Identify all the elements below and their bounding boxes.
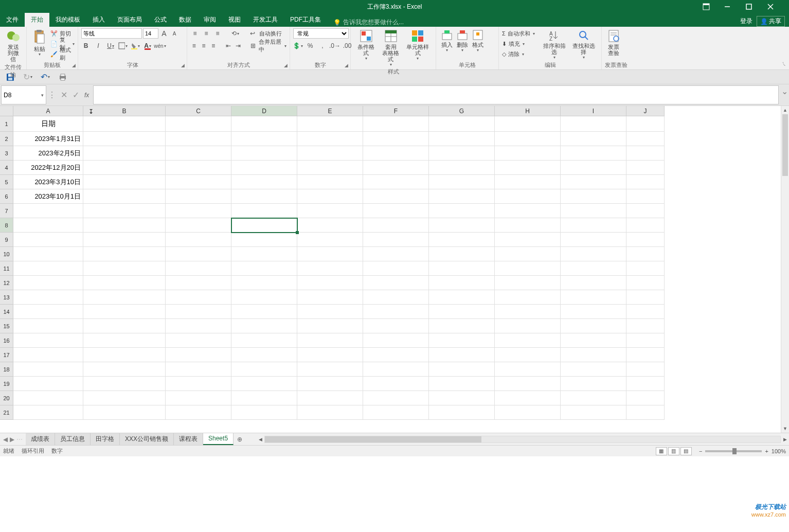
cell[interactable]	[83, 362, 166, 377]
border-button[interactable]: ▾	[118, 41, 128, 50]
cell[interactable]	[626, 305, 665, 319]
cell[interactable]	[166, 290, 231, 305]
cell[interactable]	[231, 189, 297, 204]
cell[interactable]	[626, 204, 665, 218]
cell[interactable]	[363, 405, 429, 420]
number-dialog-launcher[interactable]: ◢	[343, 62, 349, 68]
cell[interactable]	[13, 204, 83, 218]
row-header[interactable]: 19	[0, 377, 13, 391]
cell[interactable]	[166, 116, 231, 132]
align-left-button[interactable]: ≡	[190, 41, 198, 50]
align-bottom-button[interactable]: ≡	[213, 29, 222, 38]
cell[interactable]	[297, 261, 363, 276]
cell[interactable]	[495, 132, 561, 146]
cell[interactable]	[363, 319, 429, 333]
cell[interactable]	[83, 161, 166, 175]
tab-file[interactable]: 文件	[0, 13, 25, 27]
cell[interactable]	[626, 362, 665, 377]
sheet-tab[interactable]: 员工信息	[55, 433, 91, 445]
increase-indent-button[interactable]: ⇥	[234, 41, 242, 50]
alignment-dialog-launcher[interactable]: ◢	[282, 62, 289, 68]
cell[interactable]	[83, 204, 166, 218]
cell[interactable]	[13, 348, 83, 362]
cell[interactable]	[561, 233, 626, 247]
cell[interactable]	[363, 146, 429, 161]
scrollbar-thumb[interactable]	[782, 114, 788, 176]
sheet-tab[interactable]: XXX公司销售额	[120, 433, 174, 445]
font-color-button[interactable]: A▾	[143, 41, 152, 50]
row-header[interactable]: 8	[0, 218, 13, 233]
cell[interactable]	[83, 116, 166, 132]
insert-cells-button[interactable]: 插入▾	[439, 28, 455, 54]
cell[interactable]	[561, 161, 626, 175]
cell[interactable]	[166, 204, 231, 218]
cell[interactable]	[363, 333, 429, 348]
decrease-font-button[interactable]: A	[170, 29, 179, 38]
cell[interactable]	[429, 377, 495, 391]
cell[interactable]	[626, 348, 665, 362]
cell[interactable]	[13, 261, 83, 276]
cell[interactable]	[495, 290, 561, 305]
tab-page-layout[interactable]: 页面布局	[111, 13, 148, 27]
underline-button[interactable]: U▾	[106, 41, 115, 50]
number-format-select[interactable]: 常规	[293, 28, 349, 39]
zoom-in-button[interactable]: +	[765, 448, 768, 454]
cell[interactable]	[626, 319, 665, 333]
cell[interactable]	[561, 362, 626, 377]
cell[interactable]	[83, 319, 166, 333]
cell[interactable]	[495, 333, 561, 348]
row-header[interactable]: 18	[0, 362, 13, 377]
cell[interactable]	[13, 276, 83, 290]
cell[interactable]	[231, 377, 297, 391]
cell[interactable]	[83, 233, 166, 247]
cell[interactable]	[166, 261, 231, 276]
column-header[interactable]: H	[495, 106, 561, 116]
cell[interactable]	[231, 319, 297, 333]
cell[interactable]	[363, 348, 429, 362]
cell[interactable]	[429, 161, 495, 175]
cell[interactable]	[297, 405, 363, 420]
login-link[interactable]: 登录	[740, 17, 752, 26]
close-icon[interactable]	[767, 4, 782, 10]
zoom-slider[interactable]	[705, 450, 762, 452]
merge-center-button[interactable]: 合并后居中	[259, 38, 282, 54]
add-sheet-button[interactable]: ⊕	[234, 433, 246, 445]
cell[interactable]	[166, 218, 231, 233]
column-header[interactable]: A	[13, 106, 83, 116]
sheet-tab[interactable]: 田字格	[91, 433, 120, 445]
cell[interactable]	[83, 290, 166, 305]
cell[interactable]	[166, 377, 231, 391]
align-right-button[interactable]: ≡	[209, 41, 217, 50]
cell[interactable]	[231, 247, 297, 261]
decrease-indent-button[interactable]: ⇤	[225, 41, 232, 50]
expand-formula-bar-button[interactable]: ⌄	[780, 84, 789, 105]
zoom-level[interactable]: 100%	[772, 448, 786, 454]
cell[interactable]	[495, 348, 561, 362]
column-header[interactable]: F	[363, 106, 429, 116]
cell[interactable]	[231, 348, 297, 362]
phonetic-button[interactable]: wén▾	[155, 41, 165, 50]
cell[interactable]	[429, 391, 495, 405]
tab-data[interactable]: 数据	[173, 13, 198, 27]
cell[interactable]	[363, 247, 429, 261]
cell[interactable]	[626, 276, 665, 290]
cell[interactable]: 日期	[13, 116, 83, 132]
cell[interactable]	[626, 377, 665, 391]
cell[interactable]	[166, 276, 231, 290]
row-header[interactable]: 13	[0, 290, 13, 305]
row-header[interactable]: 10	[0, 247, 13, 261]
scroll-right-button[interactable]: ▶	[781, 435, 789, 444]
cell[interactable]	[83, 132, 166, 146]
orientation-button[interactable]: ⟲▾	[230, 29, 240, 38]
row-header[interactable]: 9	[0, 233, 13, 247]
cell[interactable]	[231, 405, 297, 420]
cell[interactable]	[231, 305, 297, 319]
fx-button[interactable]: fx	[84, 92, 89, 99]
cell[interactable]	[13, 391, 83, 405]
cell[interactable]	[626, 161, 665, 175]
cell[interactable]	[297, 391, 363, 405]
cell[interactable]	[626, 290, 665, 305]
cell[interactable]	[561, 204, 626, 218]
cell[interactable]	[561, 391, 626, 405]
cell[interactable]	[363, 377, 429, 391]
